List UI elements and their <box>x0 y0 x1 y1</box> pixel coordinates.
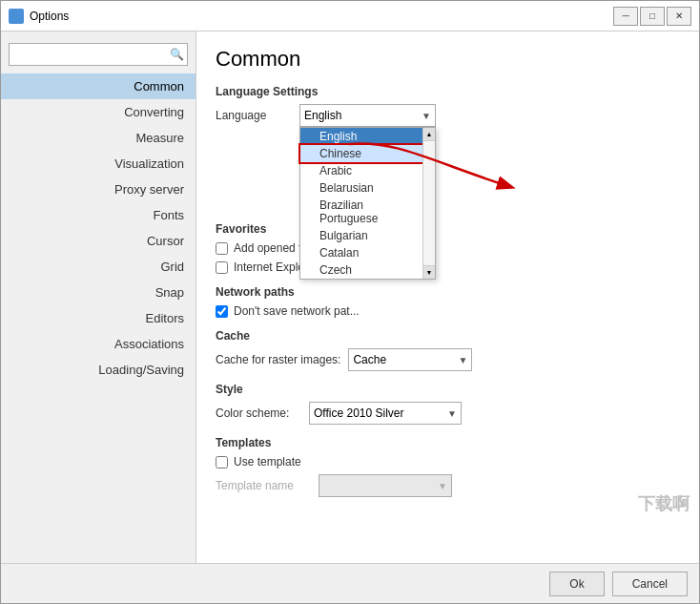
sidebar-item-visualization[interactable]: Visualization <box>1 151 196 177</box>
use-template-checkbox[interactable] <box>216 456 228 469</box>
cache-value: Cache <box>353 353 386 366</box>
favorites-section-label: Favorites <box>216 222 680 236</box>
language-label: Language <box>216 109 292 122</box>
scroll-down-button[interactable]: ▼ <box>423 265 435 279</box>
scroll-track <box>423 141 435 265</box>
lang-item-bulgarian[interactable]: Bulgarian <box>300 227 422 244</box>
bottom-bar: Ok Cancel <box>1 563 699 603</box>
templates-section-label: Templates <box>216 436 680 449</box>
sidebar-item-converting[interactable]: Converting <box>1 99 196 125</box>
sidebar-item-grid[interactable]: Grid <box>1 254 196 280</box>
app-icon <box>9 9 24 24</box>
sidebar-item-snap[interactable]: Snap <box>1 280 196 305</box>
sidebar: 🔍 Common Converting Measure Visualizatio… <box>1 31 196 563</box>
template-name-arrow: ▼ <box>438 481 447 491</box>
lang-item-catalan[interactable]: Catalan <box>300 244 422 261</box>
favorites-ie-checkbox-row: Internet Explorer (T... <box>216 260 680 274</box>
lang-item-arabic[interactable]: Arabic <box>300 162 422 179</box>
lang-item-brazilian-portuguese[interactable]: Brazilian Portuguese <box>300 197 422 227</box>
main-content: 🔍 Common Converting Measure Visualizatio… <box>1 31 699 563</box>
lang-item-czech[interactable]: Czech <box>300 261 422 279</box>
use-template-checkbox-row: Use template <box>216 455 680 469</box>
close-button[interactable]: ✕ <box>667 7 691 26</box>
maximize-button[interactable]: □ <box>640 7 665 26</box>
favorites-add-checkbox-row: Add opened files to fav... <box>216 241 680 255</box>
color-scheme-label: Color scheme: <box>216 406 301 420</box>
color-scheme-arrow: ▼ <box>447 408 457 419</box>
minimize-button[interactable]: ─ <box>613 7 638 26</box>
lang-item-belarusian[interactable]: Belarusian <box>300 179 422 197</box>
dont-save-network-checkbox[interactable] <box>216 305 228 318</box>
window-controls: ─ □ ✕ <box>613 7 691 26</box>
sidebar-search-box[interactable]: 🔍 <box>9 43 188 66</box>
sidebar-item-measure[interactable]: Measure <box>1 125 196 151</box>
titlebar: Options ─ □ ✕ <box>1 1 699 31</box>
style-section-label: Style <box>216 383 680 396</box>
use-template-label: Use template <box>234 455 301 469</box>
search-icon[interactable]: 🔍 <box>166 44 187 65</box>
cache-section-label: Cache <box>216 329 680 343</box>
sidebar-item-fonts[interactable]: Fonts <box>1 202 196 228</box>
language-dropdown[interactable]: English ▼ <box>299 104 436 127</box>
internet-explorer-checkbox[interactable] <box>216 261 228 274</box>
template-name-dropdown[interactable]: ▼ <box>319 474 452 497</box>
cancel-button[interactable]: Cancel <box>612 572 688 596</box>
sidebar-item-associations[interactable]: Associations <box>1 331 196 357</box>
language-scrollbar: ▲ ▼ <box>422 128 435 279</box>
cache-dropdown-arrow: ▼ <box>458 355 467 365</box>
page-title: Common <box>216 47 680 72</box>
lang-item-chinese[interactable]: Chinese <box>300 145 422 162</box>
cache-field-row: Cache for raster images: Cache ▼ <box>216 348 680 371</box>
style-field-row: Color scheme: Office 2010 Silver ▼ <box>216 402 680 425</box>
dropdown-arrow-icon: ▼ <box>422 111 431 121</box>
window-title: Options <box>30 10 613 23</box>
language-field-row: Language English ▼ English Chinese Arabi… <box>216 104 680 127</box>
language-selected-value: English <box>304 109 341 122</box>
color-scheme-dropdown[interactable]: Office 2010 Silver ▼ <box>309 402 462 425</box>
sidebar-search-input[interactable] <box>10 46 166 63</box>
cache-dropdown[interactable]: Cache ▼ <box>348 348 472 371</box>
network-checkbox-row: Don't save network pat... <box>216 304 680 318</box>
cache-label: Cache for raster images: <box>216 353 340 366</box>
lang-item-english[interactable]: English <box>300 128 422 145</box>
dont-save-network-label: Don't save network pat... <box>234 304 360 318</box>
sidebar-item-common[interactable]: Common <box>1 73 196 99</box>
sidebar-item-loading-saving[interactable]: Loading/Saving <box>1 357 196 383</box>
sidebar-item-editors[interactable]: Editors <box>1 305 196 331</box>
ok-button[interactable]: Ok <box>549 572 604 596</box>
network-section-label: Network paths <box>216 285 680 299</box>
content-area: Common Language Settings Language Englis… <box>196 31 699 563</box>
sidebar-item-cursor[interactable]: Cursor <box>1 228 196 254</box>
template-name-row: Template name ▼ <box>216 474 680 497</box>
color-scheme-value: Office 2010 Silver <box>314 406 404 420</box>
language-dropdown-wrapper: English ▼ English Chinese Arabic Belarus… <box>299 104 436 127</box>
options-window: Options ─ □ ✕ 🔍 Common Converting Measur… <box>0 0 700 604</box>
template-name-label: Template name <box>216 479 311 492</box>
language-section-label: Language Settings <box>216 85 680 98</box>
add-to-favorites-checkbox[interactable] <box>216 242 228 255</box>
language-dropdown-list: English Chinese Arabic Belarusian Brazil… <box>299 127 436 280</box>
scroll-up-button[interactable]: ▲ <box>423 128 435 141</box>
sidebar-item-proxy[interactable]: Proxy server <box>1 177 196 202</box>
